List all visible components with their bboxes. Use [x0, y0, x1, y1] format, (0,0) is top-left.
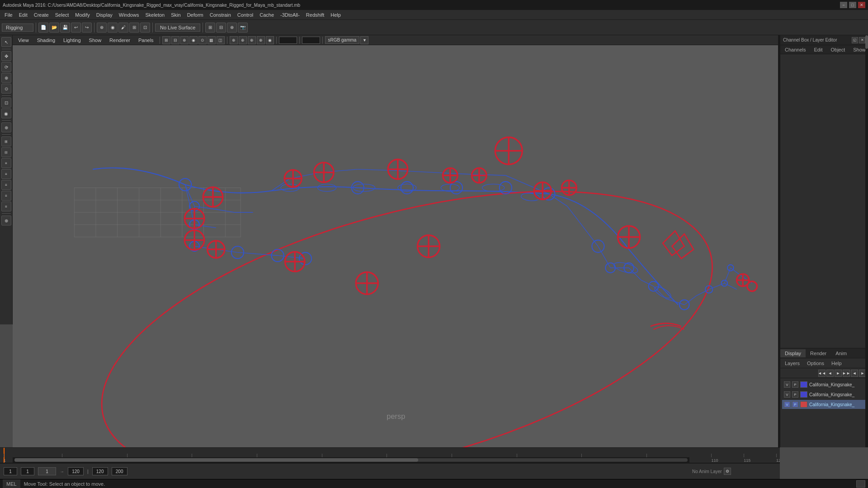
- render-tab[interactable]: Render: [806, 349, 831, 357]
- timeline-scroll-thumb[interactable]: [14, 458, 418, 462]
- layer-p-1[interactable]: P: [792, 381, 798, 388]
- vt-render-3[interactable]: ⊕: [248, 36, 256, 44]
- help-subtab[interactable]: Help: [829, 360, 844, 367]
- lt-layer1[interactable]: ⊞: [1, 136, 11, 146]
- vt-display-6[interactable]: ▦: [208, 36, 216, 44]
- vt-shading[interactable]: Shading: [33, 37, 59, 44]
- tb-redo[interactable]: ↪: [82, 23, 92, 33]
- start-frame-input[interactable]: [4, 467, 17, 475]
- vt-display-7[interactable]: ◫: [217, 36, 225, 44]
- layer-nav-3[interactable]: ►: [835, 370, 842, 377]
- lt-move[interactable]: ✥: [1, 51, 11, 61]
- vt-show[interactable]: Show: [85, 37, 105, 44]
- vt-render-1[interactable]: ⊕: [230, 36, 238, 44]
- mel-button[interactable]: MEL: [3, 479, 20, 488]
- current-frame-input-1[interactable]: [21, 467, 34, 475]
- vt-lighting[interactable]: Lighting: [60, 37, 85, 44]
- lt-layer4[interactable]: ≡: [1, 169, 11, 179]
- vt-render-2[interactable]: ⊕: [239, 36, 247, 44]
- anim-settings-btn[interactable]: ⚙: [724, 468, 731, 475]
- tb-undo[interactable]: ↩: [71, 23, 81, 33]
- tb-render1[interactable]: ⊞: [205, 23, 215, 33]
- lt-paint[interactable]: ◉: [1, 108, 11, 118]
- object-tab[interactable]: Object: [828, 46, 848, 53]
- menu-file[interactable]: File: [2, 11, 15, 19]
- vt-value-a[interactable]: 0.00: [279, 37, 297, 44]
- channel-box-float[interactable]: ◱: [852, 37, 858, 43]
- channel-box-close[interactable]: ✕: [859, 37, 865, 43]
- layer-v-3[interactable]: V: [784, 401, 790, 408]
- layer-item-1[interactable]: V P California_Kingsnake_: [782, 380, 866, 389]
- menu-display[interactable]: Display: [94, 11, 115, 19]
- maximize-button[interactable]: □: [849, 2, 856, 8]
- lt-show-manip[interactable]: ⊕: [1, 122, 11, 132]
- vt-value-b[interactable]: 1.00: [302, 37, 320, 44]
- lt-bottom[interactable]: ⊕: [1, 216, 11, 225]
- scrollbar-thumb[interactable]: [865, 35, 868, 49]
- lt-rotate[interactable]: ⟳: [1, 62, 11, 72]
- lt-layer3[interactable]: ≡: [1, 158, 11, 168]
- layer-v-2[interactable]: V: [784, 391, 790, 398]
- layer-p-3[interactable]: P: [792, 401, 798, 408]
- vt-display-3[interactable]: ⊕: [180, 36, 189, 44]
- anim-tab[interactable]: Anim: [831, 349, 851, 357]
- tb-snap2[interactable]: ⊡: [140, 23, 150, 33]
- vt-panels[interactable]: Panels: [135, 37, 157, 44]
- menu-cache[interactable]: Cache: [257, 11, 277, 19]
- script-editor-btn[interactable]: [856, 480, 865, 488]
- lt-scale[interactable]: ⊕: [1, 73, 11, 83]
- vt-colorspace[interactable]: sRGB gamma: [325, 36, 360, 44]
- channels-tab[interactable]: Channels: [782, 46, 808, 53]
- menu-redshift[interactable]: Redshift: [303, 11, 327, 19]
- menu-windows[interactable]: Windows: [116, 11, 142, 19]
- tb-save[interactable]: 💾: [60, 23, 70, 33]
- layer-item-3[interactable]: V P California_Kingsnake_: [782, 400, 866, 409]
- menu-create[interactable]: Create: [31, 11, 52, 19]
- menu-skeleton[interactable]: Skeleton: [142, 11, 167, 19]
- display-tab[interactable]: Display: [780, 349, 806, 357]
- edit-tab[interactable]: Edit: [811, 46, 825, 53]
- menu-modify[interactable]: Modify: [72, 11, 92, 19]
- menu-edit[interactable]: Edit: [16, 11, 30, 19]
- mode-selector[interactable]: Rigging: [2, 23, 33, 32]
- timeline-scrollbar[interactable]: [13, 457, 689, 463]
- lt-soft-select[interactable]: ⊡: [1, 98, 11, 108]
- panel-resize-handle[interactable]: [778, 35, 780, 447]
- layer-nav-2[interactable]: ◄: [826, 370, 834, 377]
- layer-v-1[interactable]: V: [784, 381, 790, 388]
- options-subtab[interactable]: Options: [804, 360, 827, 367]
- vt-render-4[interactable]: ⊕: [257, 36, 265, 44]
- menu-constrain[interactable]: Constrain: [207, 11, 234, 19]
- menu-select[interactable]: Select: [52, 11, 72, 19]
- end-frame-input[interactable]: [68, 467, 84, 475]
- lt-universal[interactable]: ⊙: [1, 84, 11, 94]
- menu-help[interactable]: Help: [328, 11, 344, 19]
- lt-layer6[interactable]: ≡: [1, 191, 11, 201]
- layer-scroll-left[interactable]: ◄: [851, 370, 858, 377]
- vt-display-1[interactable]: ⊞: [162, 36, 170, 44]
- vt-display-5[interactable]: ⊙: [198, 36, 207, 44]
- menu-skin[interactable]: Skin: [168, 11, 183, 19]
- menu-control[interactable]: Control: [235, 11, 256, 19]
- tb-lasso[interactable]: ◉: [108, 23, 118, 33]
- max-frame-input-2[interactable]: [112, 467, 127, 475]
- vt-display-4[interactable]: ◉: [189, 36, 198, 44]
- menu-deform[interactable]: Deform: [184, 11, 206, 19]
- lt-layer5[interactable]: ≡: [1, 180, 11, 190]
- vt-view[interactable]: View: [14, 37, 33, 44]
- vt-colorspace-arrow[interactable]: ▼: [360, 36, 368, 44]
- vt-render-5[interactable]: ◉: [266, 36, 274, 44]
- layer-item-2[interactable]: V P California_Kingsnake_: [782, 390, 866, 399]
- tb-render2[interactable]: ⊟: [216, 23, 226, 33]
- tb-open[interactable]: 📂: [49, 23, 59, 33]
- tb-camera[interactable]: 📷: [238, 23, 248, 33]
- lt-layer2[interactable]: ⊟: [1, 147, 11, 157]
- vt-renderer[interactable]: Renderer: [106, 37, 134, 44]
- menu-3dtoall[interactable]: -3DtoAll-: [278, 11, 302, 19]
- close-button[interactable]: ✕: [858, 2, 865, 8]
- lt-layer7[interactable]: ≡: [1, 202, 11, 211]
- layer-p-2[interactable]: P: [792, 391, 798, 398]
- tb-select[interactable]: ⊕: [97, 23, 107, 33]
- layers-subtab[interactable]: Layers: [782, 360, 802, 367]
- tb-new[interactable]: 📄: [38, 23, 48, 33]
